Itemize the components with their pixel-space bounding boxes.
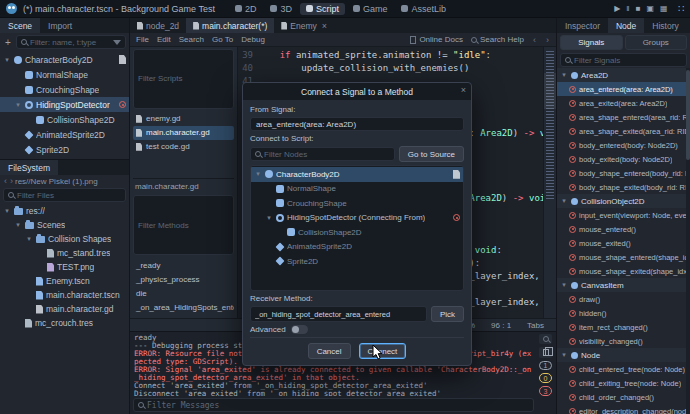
filesystem-item[interactable]: TEST.png xyxy=(0,260,129,274)
signal-item[interactable]: body_entered(body: Node2D) xyxy=(557,138,690,152)
signal-icon[interactable] xyxy=(453,214,460,221)
scene-tree-item[interactable]: CrouchingShape xyxy=(0,82,129,97)
filesystem-item[interactable]: mc_crouch.tres xyxy=(0,316,129,330)
signal-item[interactable]: body_shape_exited(body_rid: RID, body: N… xyxy=(557,180,690,194)
signal-item[interactable]: child_exiting_tree(node: Node) xyxy=(557,376,690,390)
script-list-item[interactable]: main.character.gd xyxy=(133,126,234,140)
scene-tree-item[interactable]: ▾CharacterBody2D xyxy=(0,52,129,67)
signal-item[interactable]: area_shape_entered(area_rid: RID, area: … xyxy=(557,110,690,124)
dialog-close-icon[interactable]: × xyxy=(461,85,466,95)
cancel-button[interactable]: Cancel xyxy=(308,343,351,359)
signal-category-canvasitem[interactable]: ▾CanvasItem xyxy=(557,278,690,292)
dialog-node-item[interactable]: CollisionShape2D xyxy=(251,225,463,240)
copy-output-button[interactable] xyxy=(539,347,552,357)
workspace-tab-script[interactable]: Script xyxy=(300,3,345,15)
advanced-toggle[interactable] xyxy=(291,325,308,334)
receiver-method-input[interactable] xyxy=(250,306,427,322)
expander-icon[interactable]: ▾ xyxy=(14,101,22,109)
signal-item[interactable]: input_event(viewport: Node, event: Input… xyxy=(557,208,690,222)
menu-file[interactable]: File xyxy=(136,35,149,44)
workspace-tab-game[interactable]: Game xyxy=(347,3,394,15)
expander-icon[interactable]: ▾ xyxy=(3,207,11,215)
search-output-button[interactable] xyxy=(539,334,552,344)
menu-edit[interactable]: Edit xyxy=(157,35,171,44)
menu-debug[interactable]: Debug xyxy=(241,35,265,44)
tab-groups[interactable]: Groups xyxy=(625,35,688,50)
filter-scripts-input[interactable] xyxy=(138,74,229,83)
method-list-item[interactable]: _physics_process xyxy=(133,272,234,286)
method-list-item[interactable]: _on_area_HidingSpots_entered xyxy=(133,300,234,314)
dialog-title-bar[interactable]: Connect a Signal to a Method × xyxy=(243,83,471,100)
signal-item[interactable]: visibility_changed() xyxy=(557,334,690,348)
workspace-tab-assetlib[interactable]: AssetLib xyxy=(395,3,452,15)
tab-node[interactable]: Node xyxy=(608,18,644,33)
signal-item[interactable]: area_entered(area: Area2D) xyxy=(557,82,690,96)
filter-methods-input[interactable] xyxy=(138,221,229,230)
pick-button[interactable]: Pick xyxy=(431,306,464,322)
tab-import[interactable]: Import xyxy=(40,18,80,33)
signal-category-collisionobject2d[interactable]: ▾CollisionObject2D xyxy=(557,194,690,208)
pause-button[interactable]: ‖ xyxy=(626,4,629,13)
signal-item[interactable]: child_entered_tree(node: Node) xyxy=(557,362,690,376)
tab-inspector[interactable]: Inspector xyxy=(557,18,608,33)
signal-category-area2d[interactable]: ▾Area2D xyxy=(557,68,690,82)
menu-search[interactable]: Search xyxy=(179,35,204,44)
scene-tree-item[interactable]: NormalShape xyxy=(0,67,129,82)
expander-icon[interactable]: ▾ xyxy=(254,170,262,178)
signal-item[interactable]: hidden() xyxy=(557,306,690,320)
expander-icon[interactable]: ▾ xyxy=(560,71,568,79)
expander-icon[interactable]: ▾ xyxy=(560,197,568,205)
expander-icon[interactable]: ▾ xyxy=(3,56,11,64)
signal-item[interactable]: mouse_exited() xyxy=(557,236,690,250)
online-docs-button[interactable]: Online Docs xyxy=(410,35,463,44)
file-filter-input[interactable] xyxy=(17,191,121,200)
dialog-node-item[interactable]: Sprite2D xyxy=(251,254,463,269)
code-minimap[interactable] xyxy=(543,47,556,318)
filesystem-item[interactable]: ▾Collision Shapes xyxy=(0,232,129,246)
indent-type[interactable]: Tabs xyxy=(527,321,544,330)
filter-nodes-input[interactable] xyxy=(264,150,390,159)
connect-button[interactable]: Connect xyxy=(359,343,407,359)
scene-tree-item[interactable]: ▾HidingSpotDetector xyxy=(0,97,129,112)
message-count-badge[interactable]: 1 xyxy=(539,361,552,371)
tab-signals[interactable]: Signals xyxy=(560,35,623,50)
method-list-item[interactable]: die xyxy=(133,286,234,300)
warning-count-badge[interactable]: 0 xyxy=(539,373,552,383)
script-tab-node-2d[interactable]: node_2d xyxy=(130,18,186,33)
signal-category-node[interactable]: ▾Node xyxy=(557,348,690,362)
stop-button[interactable]: ■ xyxy=(636,4,641,13)
scene-tree-item[interactable]: AnimatedSprite2D xyxy=(0,127,129,142)
scene-tree-item[interactable]: Sprite2D xyxy=(0,142,129,157)
signal-item[interactable]: mouse_shape_entered(shape_idx: int) xyxy=(557,250,690,264)
expander-icon[interactable]: ▾ xyxy=(25,235,33,243)
script-list-item[interactable]: test code.gd xyxy=(133,140,234,154)
workspace-tab-2d[interactable]: 2D xyxy=(229,3,263,15)
signals-scrollbar[interactable] xyxy=(686,68,690,414)
signal-item[interactable]: area_exited(area: Area2D) xyxy=(557,96,690,110)
signal-item[interactable]: area_shape_exited(area_rid: RID, area: A… xyxy=(557,124,690,138)
close-icon[interactable]: × xyxy=(322,21,327,31)
scene-filter-input[interactable] xyxy=(30,38,110,47)
signal-item[interactable]: body_exited(body: Node2D) xyxy=(557,152,690,166)
dialog-node-item[interactable]: AnimatedSprite2D xyxy=(251,240,463,255)
play-scene-button[interactable]: ▣ xyxy=(647,4,655,13)
dialog-node-item[interactable]: ▾HidingSpotDetector (Connecting From) xyxy=(251,211,463,226)
scene-tree-item[interactable]: CollisionShape2D xyxy=(0,112,129,127)
error-count-badge[interactable]: 3 xyxy=(539,386,552,396)
script-tab-main-character[interactable]: main.character(*) xyxy=(186,18,274,33)
expander-icon[interactable]: ▾ xyxy=(560,281,568,289)
filesystem-item[interactable]: ▾res:// xyxy=(0,204,129,218)
movie-mode-button[interactable]: ▦ xyxy=(660,4,668,13)
filter-signals-input[interactable] xyxy=(574,56,682,65)
signal-item[interactable]: draw() xyxy=(557,292,690,306)
script-list-item[interactable]: enemy.gd xyxy=(133,112,234,126)
method-list-item[interactable]: _ready xyxy=(133,258,234,272)
go-to-source-button[interactable]: Go to Source xyxy=(399,146,464,162)
script-icon[interactable] xyxy=(119,55,126,64)
signal-item[interactable]: child_order_changed() xyxy=(557,390,690,404)
signal-item[interactable]: body_shape_entered(body_rid: RID, body: … xyxy=(557,166,690,180)
script-tab-enemy[interactable]: Enemy× xyxy=(274,18,334,33)
expander-icon[interactable]: ▾ xyxy=(14,221,22,229)
code-line[interactable]: 40 update_collision_with_enemies() xyxy=(238,62,543,75)
signal-icon[interactable] xyxy=(119,101,126,108)
